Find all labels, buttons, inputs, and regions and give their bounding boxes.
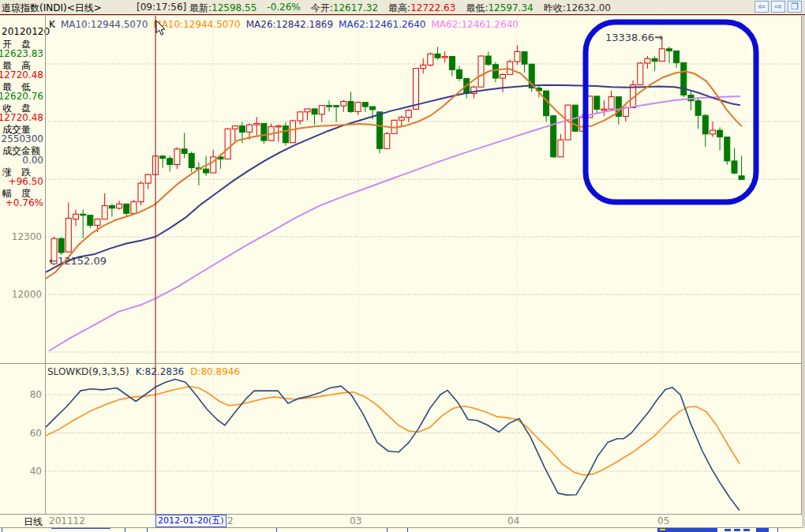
strip-segment-9 — [734, 529, 740, 531]
date-tick-4: 05 — [657, 515, 669, 526]
date-tick-3: 04 — [507, 515, 519, 526]
month-gridlines — [213, 16, 662, 513]
date-tick-1: 2 — [227, 515, 234, 526]
ma62-line — [49, 96, 740, 351]
period-label: 日线 — [24, 515, 43, 529]
high-price-annotation: 13338.66→ — [605, 32, 663, 43]
strip-segment-7 — [657, 528, 717, 532]
date-tick-0: 201112 — [49, 515, 85, 526]
price-axis-label-12000: 12000 — [0, 289, 42, 300]
low-price-annotation: ←12152.09 — [49, 255, 107, 267]
kd-d-line — [46, 387, 739, 475]
kd-axis-label-80: 80 — [0, 389, 42, 400]
bottom-strip — [0, 528, 805, 532]
price-axis-label-12300: 12300 — [0, 231, 42, 242]
strip-yellow-mark — [660, 529, 665, 530]
kd-axis-label-40: 40 — [0, 466, 42, 477]
strip-segment-0 — [2, 528, 2, 532]
stock-app-window: { "top_bar": { "title": "道琼指数(INDI)<日线>"… — [0, 0, 805, 532]
kd-axis-label-60: 60 — [0, 428, 42, 439]
date-tick-2: 03 — [350, 515, 361, 526]
strip-segment-12 — [777, 528, 778, 532]
mouse-cursor-icon — [156, 21, 165, 35]
strip-segment-10 — [743, 529, 750, 531]
panel-separator — [0, 363, 802, 364]
strip-segment-5 — [407, 528, 408, 532]
kd-k-line — [46, 380, 739, 511]
strip-segment-8 — [724, 529, 731, 531]
right-plot-border — [801, 16, 802, 527]
kd-gridlines — [46, 395, 801, 471]
strip-segment-3 — [276, 528, 277, 532]
strip-segment-11 — [756, 528, 769, 532]
left-gutter-border — [45, 16, 46, 527]
strip-segment-6 — [51, 528, 110, 529]
strip-segment-1 — [125, 528, 125, 532]
price-gridlines — [46, 64, 801, 352]
strip-segment-2 — [147, 528, 148, 532]
candlestick-chart[interactable] — [0, 0, 805, 532]
strip-segment-4 — [387, 528, 388, 532]
selected-date-box[interactable]: 2012-01-20(五) — [155, 515, 227, 527]
ma10-line — [46, 69, 742, 279]
date-axis-row: 日线 2012-01-20(五) 2011122030405 — [0, 515, 802, 527]
